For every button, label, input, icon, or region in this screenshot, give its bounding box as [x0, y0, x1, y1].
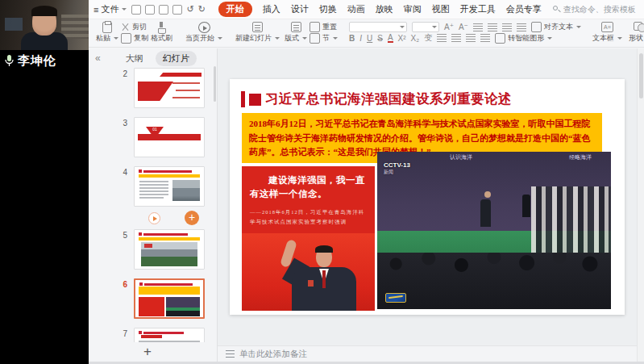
shrink-font-icon[interactable]: A⁻	[459, 23, 468, 31]
title-toolbar: ≡ 文件 ↺ ↻ 开始 插入 设计 切换 动画 放映 审阅 视图	[89, 0, 644, 19]
play-from-current-button[interactable]: 当页开始	[183, 21, 225, 44]
quote-box[interactable]: 建设海洋强国，我一直有这样一个信念。 ——2018年6月12日，习近平在青岛海洋…	[242, 166, 375, 233]
slide-number: 6	[111, 278, 127, 289]
shapes-button[interactable]: 形状	[625, 21, 644, 44]
figure-badge	[308, 280, 314, 287]
grow-font-icon[interactable]: A⁺	[444, 23, 454, 31]
align-center-icon[interactable]	[451, 34, 461, 42]
tab-view[interactable]: 视图	[432, 3, 450, 15]
paste-button[interactable]: 粘贴	[93, 21, 121, 44]
news-video-frame[interactable]: 认识海洋 经略海洋 CCTV-13 新闻	[377, 152, 611, 309]
tab-home[interactable]: 开始	[218, 2, 252, 17]
thumbnail-preview	[134, 328, 205, 342]
tab-design[interactable]: 设计	[291, 3, 309, 15]
tab-animation[interactable]: 动画	[347, 3, 365, 15]
underline-button[interactable]: U	[367, 34, 372, 43]
section-folder-icon	[310, 33, 320, 44]
notes-icon	[226, 350, 235, 358]
slide-title-block[interactable]: 习近平总书记海洋强国建设系列重要论述	[241, 90, 512, 108]
tab-slides[interactable]: 幻灯片	[156, 51, 197, 66]
new-slide-plus-button[interactable]: +	[143, 344, 152, 360]
superscript-button[interactable]: X²	[398, 34, 406, 43]
clipboard-icon	[102, 22, 112, 33]
tab-member[interactable]: 会员专享	[506, 3, 542, 15]
chevron-down-icon	[576, 26, 581, 28]
cctv-logo-subtext: 新闻	[384, 169, 410, 175]
cctv13-logo: CCTV-13 新闻	[384, 161, 410, 175]
align-text-button[interactable]: 对齐文本	[531, 22, 581, 32]
thumbnail-preview: 01	[134, 117, 205, 157]
reset-button[interactable]: 重置	[310, 22, 338, 32]
add-slide-icon[interactable]: +	[185, 211, 199, 225]
decrease-indent-icon[interactable]	[502, 23, 512, 31]
layout-button[interactable]: 版式	[282, 21, 310, 44]
tab-outline[interactable]: 大纲	[118, 51, 151, 66]
subscript-button[interactable]: X₂	[411, 34, 420, 43]
font-size-select[interactable]	[412, 22, 439, 32]
slide-thumbnail-6-selected[interactable]: 6	[111, 278, 217, 319]
tab-transition[interactable]: 切换	[319, 3, 337, 15]
caption-left: 认识海洋	[450, 153, 472, 163]
numbered-list-icon[interactable]	[488, 23, 497, 31]
command-search-input[interactable]: 查找命令、搜索模板	[553, 4, 636, 15]
participant-name-bar: 李坤伦	[0, 50, 89, 71]
text-box-button[interactable]: A≡ 文本框	[589, 21, 625, 44]
caption-bar: 认识海洋 经略海洋	[377, 152, 611, 163]
section-button[interactable]: 节	[310, 33, 338, 44]
cut-button[interactable]: 剪切	[121, 22, 148, 32]
export-icon[interactable]	[145, 5, 155, 15]
slide-thumbnail-7[interactable]: 7	[111, 328, 217, 342]
slide-6-editor[interactable]: 习近平总书记海洋强国建设系列重要论述 2018年6月12日，习近平总书记在青岛海…	[230, 79, 625, 315]
new-slide-button[interactable]: 新建幻灯片	[233, 21, 282, 44]
slide-thumbnail-3[interactable]: 3 01	[111, 117, 217, 157]
print-icon[interactable]	[159, 5, 168, 15]
smart-graphic-button[interactable]: 转智能图形	[495, 33, 552, 44]
align-left-icon[interactable]	[437, 34, 447, 42]
collapse-panel-icon[interactable]: «	[95, 52, 101, 64]
tab-insert[interactable]: 插入	[263, 3, 280, 15]
align-text-icon	[531, 22, 542, 32]
print-preview-icon[interactable]	[172, 5, 182, 15]
chevron-down-icon	[122, 8, 127, 10]
slide-thumbnail-5[interactable]: 5	[111, 229, 217, 270]
play-icon	[198, 22, 210, 33]
figure-hair	[315, 245, 333, 253]
font-name-select[interactable]	[349, 22, 407, 32]
slide-number: 2	[111, 68, 127, 78]
text-effect-button[interactable]: 变	[424, 32, 432, 44]
thumbnail-preview	[134, 68, 205, 108]
undo-icon[interactable]: ↺	[186, 4, 193, 15]
tab-slideshow[interactable]: 放映	[376, 3, 393, 15]
file-menu-button[interactable]: ≡ 文件	[93, 3, 127, 15]
vertical-scrollbar[interactable]	[637, 48, 644, 362]
italic-button[interactable]: I	[359, 34, 362, 43]
scrollbar-thumb[interactable]	[639, 53, 643, 98]
format-painter-button[interactable]: 格式刷	[148, 21, 175, 44]
bullet-list-icon[interactable]	[473, 23, 483, 31]
slide-number: 3	[111, 117, 127, 128]
notes-placeholder: 单击此处添加备注	[239, 349, 307, 360]
bold-button[interactable]: B	[349, 34, 355, 43]
copy-icon	[121, 33, 131, 44]
photo-xi-waving[interactable]	[242, 233, 375, 311]
justify-icon[interactable]	[480, 34, 490, 42]
tab-devtools[interactable]: 开发工具	[460, 3, 496, 15]
align-right-icon[interactable]	[466, 34, 476, 42]
save-icon[interactable]	[131, 5, 141, 15]
play-slide-icon[interactable]	[148, 212, 160, 224]
strikethrough-button[interactable]: S	[377, 34, 383, 43]
slide-thumbnail-4[interactable]: 4	[111, 166, 217, 207]
smart-graphic-icon	[495, 33, 505, 44]
font-color-button[interactable]: A	[388, 34, 393, 43]
text-box-icon: A≡	[601, 22, 613, 32]
copy-button[interactable]: 复制	[121, 33, 148, 44]
audience-crowd	[377, 253, 611, 309]
shapes-icon	[634, 22, 644, 32]
tab-review[interactable]: 审阅	[404, 3, 422, 15]
notes-bar[interactable]: 单击此处添加备注	[218, 345, 637, 362]
chevron-down-icon	[432, 26, 437, 28]
redo-icon[interactable]: ↻	[198, 4, 206, 15]
slide-thumbnail-2[interactable]: 2	[111, 68, 217, 108]
panel-scrollbar[interactable]	[214, 66, 216, 102]
increase-indent-icon[interactable]	[517, 23, 526, 31]
